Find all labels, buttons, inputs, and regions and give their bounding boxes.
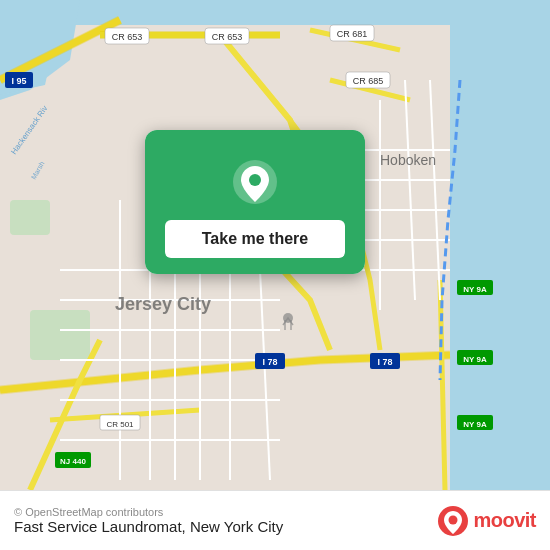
svg-point-63 <box>449 515 458 524</box>
moovit-logo: moovit <box>437 505 536 537</box>
moovit-icon <box>437 505 469 537</box>
svg-rect-9 <box>30 310 90 360</box>
svg-point-61 <box>249 174 261 186</box>
location-pin-icon <box>231 158 279 206</box>
svg-text:NJ 440: NJ 440 <box>60 457 86 466</box>
place-name: Fast Service Laundromat, New York City <box>14 518 283 535</box>
footer: © OpenStreetMap contributors Fast Servic… <box>0 490 550 550</box>
location-popup: Take me there <box>145 130 365 274</box>
svg-text:CR 653: CR 653 <box>112 32 143 42</box>
svg-text:NY 9A: NY 9A <box>463 355 487 364</box>
svg-text:I 78: I 78 <box>262 357 277 367</box>
popup-green-header: Take me there <box>145 130 365 274</box>
svg-text:I 95: I 95 <box>11 76 26 86</box>
svg-text:CR 685: CR 685 <box>353 76 384 86</box>
osm-credit: © OpenStreetMap contributors <box>14 506 283 518</box>
svg-rect-10 <box>10 200 50 235</box>
svg-text:CR 653: CR 653 <box>212 32 243 42</box>
svg-text:NY 9A: NY 9A <box>463 420 487 429</box>
take-me-there-button[interactable]: Take me there <box>165 220 345 258</box>
svg-text:Jersey City: Jersey City <box>115 294 211 314</box>
svg-text:CR 501: CR 501 <box>106 420 134 429</box>
svg-text:NY 9A: NY 9A <box>463 285 487 294</box>
svg-text:CR 681: CR 681 <box>337 29 368 39</box>
svg-text:Hoboken: Hoboken <box>380 152 436 168</box>
footer-info: © OpenStreetMap contributors Fast Servic… <box>14 506 283 535</box>
moovit-text: moovit <box>473 509 536 532</box>
svg-text:I 78: I 78 <box>377 357 392 367</box>
